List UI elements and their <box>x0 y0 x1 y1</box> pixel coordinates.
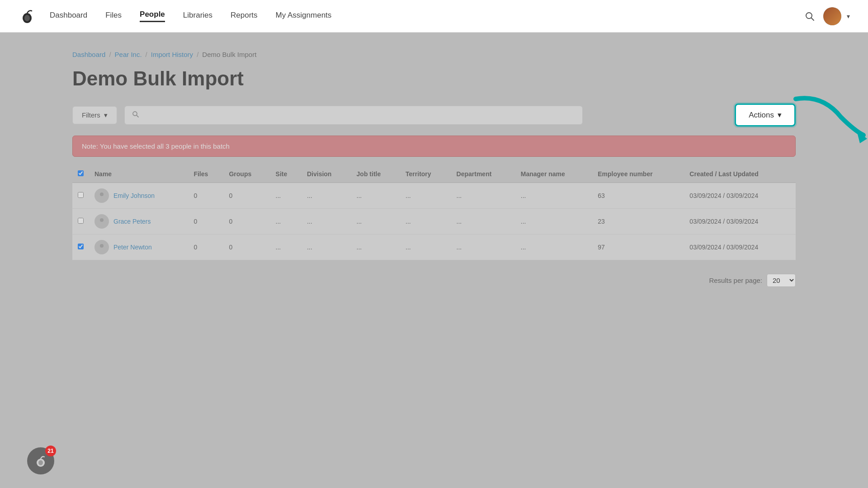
row-checkbox-cell <box>72 209 89 235</box>
row-groups-0: 0 <box>223 183 270 209</box>
person-name-link-2[interactable]: Peter Newton <box>113 244 152 251</box>
row-groups-1: 0 <box>223 209 270 235</box>
col-manager-name: Manager name <box>515 166 593 183</box>
chevron-down-icon[interactable]: ▾ <box>847 13 850 20</box>
row-checkbox-1[interactable] <box>78 218 84 224</box>
chevron-down-icon: ▾ <box>104 111 108 119</box>
svg-point-12 <box>99 249 105 253</box>
row-checkbox-cell <box>72 235 89 260</box>
svg-point-14 <box>38 460 43 465</box>
table-row: Grace Peters 0 0 ... ... ... ... ... ...… <box>72 209 796 235</box>
row-manager-name-0: ... <box>515 183 593 209</box>
person-avatar-2 <box>94 240 109 254</box>
filter-bar: Filters ▾ Actions ▾ <box>72 103 796 127</box>
notification-banner: Note: You have selected all 3 people in … <box>72 136 796 157</box>
breadcrumb-dashboard[interactable]: Dashboard <box>72 51 105 58</box>
breadcrumb-sep-3: / <box>197 51 198 58</box>
chevron-down-icon: ▾ <box>778 110 782 120</box>
col-site: Site <box>270 166 302 183</box>
row-job-title-0: ... <box>351 183 401 209</box>
row-site-0: ... <box>270 183 302 209</box>
filters-label: Filters <box>82 111 100 119</box>
search-icon[interactable] <box>802 8 818 24</box>
svg-point-11 <box>100 244 104 248</box>
svg-point-8 <box>99 197 105 201</box>
breadcrumb: Dashboard / Pear Inc. / Import History /… <box>72 51 796 58</box>
row-site-2: ... <box>270 235 302 260</box>
row-checkbox-2[interactable] <box>78 244 84 249</box>
filters-button[interactable]: Filters ▾ <box>72 106 117 124</box>
svg-point-10 <box>99 223 105 227</box>
nav-my-assignments[interactable]: My Assignments <box>276 11 332 22</box>
col-job-title: Job title <box>351 166 401 183</box>
notification-badge: 21 <box>45 446 56 456</box>
row-checkbox-0[interactable] <box>78 192 84 198</box>
results-per-page-label: Results per page: <box>709 277 762 284</box>
row-name-1: Grace Peters <box>89 209 188 235</box>
row-name-0: Emily Johnson <box>89 183 188 209</box>
table-row: Peter Newton 0 0 ... ... ... ... ... ...… <box>72 235 796 260</box>
notification-text: Note: You have selected all 3 people in … <box>82 142 230 150</box>
actions-button[interactable]: Actions ▾ <box>735 103 796 127</box>
row-manager-name-2: ... <box>515 235 593 260</box>
row-department-0: ... <box>451 183 515 209</box>
nav-libraries[interactable]: Libraries <box>183 11 212 22</box>
actions-btn-wrapper: Actions ▾ <box>590 103 796 127</box>
navbar: Dashboard Files People Libraries Reports… <box>0 0 868 33</box>
row-manager-name-1: ... <box>515 209 593 235</box>
row-division-1: ... <box>302 209 351 235</box>
nav-people[interactable]: People <box>140 10 165 22</box>
svg-marker-6 <box>857 131 867 143</box>
search-box <box>124 106 583 125</box>
row-department-1: ... <box>451 209 515 235</box>
svg-point-7 <box>100 192 104 196</box>
nav-right: ▾ <box>802 7 850 25</box>
breadcrumb-pear-inc[interactable]: Pear Inc. <box>115 51 142 58</box>
results-per-page-select[interactable]: 20 50 100 <box>767 274 796 287</box>
row-territory-1: ... <box>400 209 451 235</box>
breadcrumb-sep-2: / <box>146 51 147 58</box>
row-employee-number-1: 23 <box>592 209 684 235</box>
avatar[interactable] <box>823 7 841 25</box>
row-job-title-2: ... <box>351 235 401 260</box>
col-groups: Groups <box>223 166 270 183</box>
col-division: Division <box>302 166 351 183</box>
row-files-2: 0 <box>188 235 223 260</box>
svg-line-3 <box>811 18 814 20</box>
svg-point-1 <box>24 15 30 21</box>
row-checkbox-cell <box>72 183 89 209</box>
row-created-updated-0: 03/09/2024 / 03/09/2024 <box>684 183 796 209</box>
breadcrumb-current: Demo Bulk Import <box>202 51 256 58</box>
nav-dashboard[interactable]: Dashboard <box>50 11 87 22</box>
row-created-updated-1: 03/09/2024 / 03/09/2024 <box>684 209 796 235</box>
breadcrumb-import-history[interactable]: Import History <box>151 51 193 58</box>
select-all-header <box>72 166 89 183</box>
svg-point-9 <box>100 218 104 222</box>
nav-reports[interactable]: Reports <box>231 11 258 22</box>
row-territory-2: ... <box>400 235 451 260</box>
person-name-link-1[interactable]: Grace Peters <box>113 218 151 225</box>
row-files-0: 0 <box>188 183 223 209</box>
page-title: Demo Bulk Import <box>72 67 796 90</box>
search-icon <box>132 111 139 120</box>
row-job-title-1: ... <box>351 209 401 235</box>
row-groups-2: 0 <box>223 235 270 260</box>
table-row: Emily Johnson 0 0 ... ... ... ... ... ..… <box>72 183 796 209</box>
row-employee-number-2: 97 <box>592 235 684 260</box>
col-created-updated: Created / Last Updated <box>684 166 796 183</box>
person-name-link-0[interactable]: Emily Johnson <box>113 192 155 199</box>
person-avatar-1 <box>94 214 109 229</box>
notification-bubble[interactable]: 21 <box>27 447 54 474</box>
row-department-2: ... <box>451 235 515 260</box>
person-avatar-0 <box>94 188 109 203</box>
nav-files[interactable]: Files <box>105 11 122 22</box>
app-logo[interactable] <box>18 7 36 25</box>
row-employee-number-0: 63 <box>592 183 684 209</box>
main-content: Dashboard / Pear Inc. / Import History /… <box>0 33 868 305</box>
select-all-checkbox[interactable] <box>78 170 84 176</box>
search-input[interactable] <box>144 111 575 119</box>
col-name: Name <box>89 166 188 183</box>
col-territory: Territory <box>400 166 451 183</box>
row-files-1: 0 <box>188 209 223 235</box>
row-division-0: ... <box>302 183 351 209</box>
